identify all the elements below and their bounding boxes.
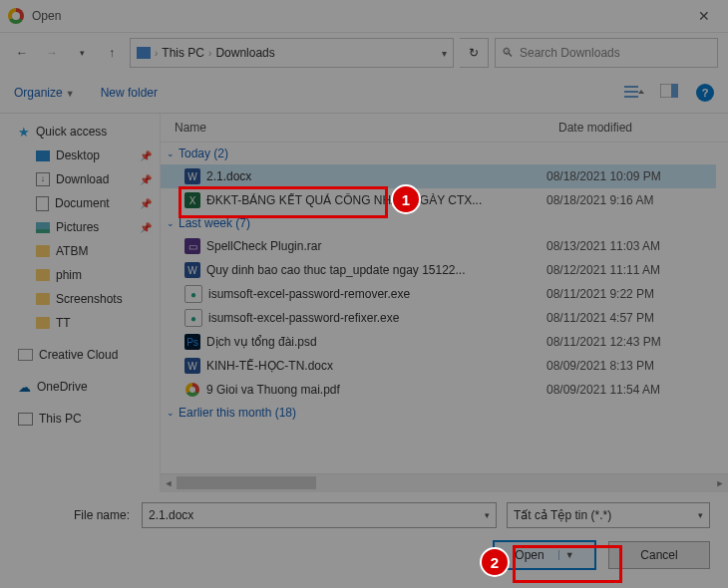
scroll-right-button[interactable]: ► (712, 474, 728, 491)
sidebar-item-download[interactable]: Download📌 (0, 167, 160, 191)
scroll-left-button[interactable]: ◄ (161, 474, 177, 491)
search-icon: 🔍︎ (502, 46, 514, 60)
file-row[interactable]: WQuy dinh bao cao thuc tap_update ngay 1… (161, 258, 716, 282)
folder-icon (36, 269, 50, 281)
file-row[interactable]: XĐKKT-BẢNG KẾT QUẢ CÔNG NHẬN NGÀY CTX...… (161, 188, 716, 212)
sidebar-item-atbm[interactable]: ATBM (0, 239, 160, 263)
organize-menu[interactable]: Organize▼ (14, 86, 75, 100)
preview-pane-icon (660, 84, 678, 98)
creative-cloud-icon (18, 349, 33, 361)
file-row[interactable]: ●isumsoft-excel-password-refixer.exe08/1… (161, 306, 716, 330)
cancel-label: Cancel (640, 548, 677, 562)
sidebar-item-screenshots[interactable]: Screenshots (0, 287, 160, 311)
group-label: Last week (7) (179, 216, 250, 230)
sidebar-item-label: Screenshots (56, 292, 123, 306)
chevron-down-icon[interactable]: ▾ (698, 510, 703, 520)
column-date[interactable]: Date modified (558, 121, 728, 135)
preview-pane-button[interactable] (660, 84, 680, 102)
sidebar-item-phim[interactable]: phim (0, 263, 160, 287)
breadcrumb[interactable]: › This PC › Downloads ▾ (130, 38, 454, 68)
group-today[interactable]: ⌄Today (2) (161, 143, 716, 164)
sidebar-item-pictures[interactable]: Pictures📌 (0, 215, 160, 239)
pin-icon: 📌 (140, 174, 152, 185)
chevron-down-icon: ▾ (80, 48, 85, 58)
new-folder-button[interactable]: New folder (101, 86, 158, 100)
sidebar-item-label: OneDrive (37, 380, 88, 394)
view-options-button[interactable] (624, 84, 644, 102)
search-input[interactable]: 🔍︎ Search Downloads (495, 38, 718, 68)
help-button[interactable]: ? (696, 84, 714, 102)
file-name: Dịch vụ tổng đài.psd (206, 335, 546, 349)
word-icon: W (184, 358, 200, 374)
breadcrumb-dropdown[interactable]: ▾ (442, 48, 447, 59)
forward-button[interactable]: → (40, 41, 64, 65)
file-row[interactable]: W2.1.docx08/18/2021 10:09 PM (161, 164, 716, 188)
download-icon (36, 172, 50, 186)
column-name[interactable]: Name (161, 121, 558, 135)
filename-value: 2.1.docx (149, 508, 193, 522)
chevron-right-icon: › (155, 48, 158, 59)
back-button[interactable]: ← (10, 41, 34, 65)
filename-input[interactable]: 2.1.docx ▾ (142, 502, 497, 528)
breadcrumb-pc[interactable]: This PC (162, 46, 204, 60)
sidebar-item-label: Creative Cloud (39, 348, 118, 362)
file-row[interactable]: 9 Gioi va Thuong mai.pdf08/09/2021 11:54… (161, 378, 716, 402)
filter-value: Tất cả Tệp tin (*.*) (514, 508, 611, 522)
sidebar-item-label: Pictures (56, 220, 99, 234)
chevron-down-icon[interactable]: ▾ (485, 510, 490, 520)
filename-label: File name: (18, 508, 132, 522)
sidebar-item-onedrive[interactable]: ☁OneDrive (0, 375, 160, 399)
file-list: ⌄Today (2) W2.1.docx08/18/2021 10:09 PM … (161, 143, 728, 473)
svg-rect-2 (624, 96, 638, 98)
group-label: Today (2) (179, 147, 228, 160)
document-icon (36, 196, 49, 211)
sidebar-item-tt[interactable]: TT (0, 311, 160, 335)
annotation-badge-1: 1 (391, 184, 421, 214)
close-icon: ✕ (698, 8, 710, 24)
up-button[interactable]: ↑ (100, 41, 124, 65)
recent-dropdown[interactable]: ▾ (70, 41, 94, 65)
file-row[interactable]: WKINH-TẾ-HỌC-TN.docx08/09/2021 8:13 PM (161, 354, 716, 378)
chevron-down-icon[interactable]: ▼ (558, 550, 574, 560)
svg-rect-0 (624, 86, 638, 88)
scrollbar-thumb[interactable] (177, 476, 316, 489)
folder-icon (36, 293, 50, 305)
sidebar-item-label: phim (56, 268, 82, 282)
psd-icon: Ps (184, 334, 200, 350)
dialog-title: Open (32, 9, 688, 23)
sidebar-item-desktop[interactable]: Desktop📌 (0, 144, 160, 167)
cancel-button[interactable]: Cancel (608, 541, 710, 569)
refresh-button[interactable]: ↻ (460, 38, 489, 68)
file-row[interactable]: ▭SpellCheck Plugin.rar08/13/2021 11:03 A… (161, 234, 716, 258)
breadcrumb-downloads[interactable]: Downloads (215, 46, 274, 60)
sidebar-item-label: Download (56, 172, 109, 186)
pin-icon: 📌 (140, 198, 152, 209)
chevron-down-icon: ⌄ (167, 148, 175, 158)
file-date: 08/13/2021 11:03 AM (546, 239, 716, 253)
close-button[interactable]: ✕ (688, 4, 720, 28)
group-last-week[interactable]: ⌄Last week (7) (161, 212, 716, 234)
annotation-badge-2: 2 (480, 547, 510, 577)
group-earlier[interactable]: ⌄Earlier this month (18) (161, 402, 716, 424)
file-row[interactable]: PsDịch vụ tổng đài.psd08/11/2021 12:43 P… (161, 330, 716, 354)
sidebar-item-this-pc[interactable]: This PC (0, 407, 160, 431)
file-date: 08/09/2021 11:54 AM (546, 383, 716, 397)
chrome-icon (8, 8, 24, 24)
horizontal-scrollbar[interactable]: ◄ ► (161, 473, 728, 492)
sidebar-item-quick-access[interactable]: ★Quick access (0, 120, 160, 144)
word-icon: W (184, 262, 200, 278)
pdf-icon (184, 382, 200, 398)
folder-icon (36, 245, 50, 257)
rar-icon: ▭ (184, 238, 200, 254)
sidebar-item-label: ATBM (56, 244, 88, 258)
file-row[interactable]: ●isumsoft-excel-password-remover.exe08/1… (161, 282, 716, 306)
column-header[interactable]: Name Date modified (161, 114, 728, 143)
sidebar-item-document[interactable]: Document📌 (0, 191, 160, 215)
file-type-filter[interactable]: Tất cả Tệp tin (*.*) ▾ (507, 502, 710, 528)
chevron-down-icon: ⌄ (167, 408, 175, 418)
exe-icon: ● (184, 285, 202, 303)
file-date: 08/11/2021 9:22 PM (546, 287, 716, 301)
sidebar-item-creative-cloud[interactable]: Creative Cloud (0, 343, 160, 367)
file-date: 08/09/2021 8:13 PM (546, 359, 716, 373)
onedrive-icon: ☁ (18, 380, 31, 395)
